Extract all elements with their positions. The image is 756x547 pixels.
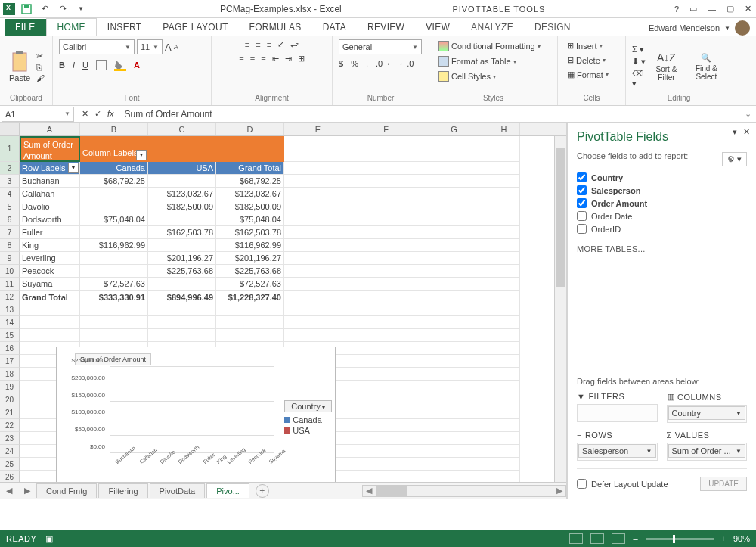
cell[interactable] [352,200,420,213]
cell[interactable]: Canada [80,162,148,175]
cell[interactable]: Davolio [20,200,80,213]
expand-formula-bar-icon[interactable]: ⌄ [740,109,756,119]
zoom-slider[interactable] [646,538,714,540]
cell[interactable] [352,188,420,200]
cell[interactable]: Column Labels▼ [80,136,148,162]
cell[interactable] [352,381,420,393]
minimize-icon[interactable]: — [708,5,716,14]
cell[interactable] [488,381,520,393]
cell[interactable] [80,252,148,265]
row-header[interactable]: 5 [0,200,20,213]
cell[interactable]: $75,048.04 [80,213,148,226]
cell[interactable] [352,355,420,368]
cell[interactable] [284,239,352,252]
row-header[interactable]: 18 [0,368,20,381]
view-page-layout-icon[interactable] [590,533,604,544]
legend-field-button[interactable]: Country ▾ [284,400,332,412]
cell[interactable]: Suyama [20,278,80,291]
column-header[interactable]: B [80,123,148,135]
cell-styles-button[interactable]: Cell Styles ▾ [435,70,499,83]
row-header[interactable]: 15 [0,329,20,342]
paste-button[interactable]: Paste [6,49,33,84]
user-avatar[interactable] [735,20,750,36]
border-button[interactable] [96,60,107,70]
cell[interactable] [488,226,520,239]
cell[interactable] [488,393,520,406]
row-header[interactable]: 17 [0,355,20,368]
font-size-combo[interactable]: 11▼ [137,39,163,54]
tab-design[interactable]: DESIGN [524,19,581,36]
column-header[interactable]: H [488,123,520,135]
cell[interactable] [284,175,352,188]
format-as-table-button[interactable]: Format as Table ▾ [435,54,519,68]
row-header[interactable]: 2 [0,162,20,175]
cell[interactable] [284,188,352,200]
fill-icon[interactable]: ⬇ ▾ [632,57,646,67]
row-header[interactable]: 20 [0,393,20,406]
row-header[interactable]: 21 [0,406,20,419]
cell[interactable] [420,226,488,239]
row-header[interactable]: 11 [0,278,20,291]
cell[interactable] [352,316,420,329]
cell[interactable] [80,188,148,200]
cell[interactable]: Dodsworth [20,213,80,226]
pane-gear-button[interactable]: ⚙ ▾ [722,152,747,166]
italic-button[interactable]: I [73,61,75,70]
cell[interactable] [420,393,488,406]
cell[interactable]: Leverling [20,252,80,265]
pivot-chart[interactable]: Sum of Order Amount $0.00$50,000.00$100,… [56,347,336,483]
cell[interactable] [488,329,520,342]
cell[interactable] [420,239,488,252]
area-field-item[interactable]: Sum of Order ...▼ [668,444,746,458]
cell[interactable] [488,291,520,303]
cell[interactable]: Buchanan [20,175,80,188]
select-all-corner[interactable] [0,123,20,135]
cell[interactable] [352,265,420,278]
cell[interactable] [420,342,488,355]
cell[interactable] [80,316,148,329]
sheet-nav-next[interactable]: ▶ [18,486,36,496]
close-icon[interactable]: ✕ [745,4,751,14]
comma-icon[interactable]: , [366,59,368,68]
cell[interactable] [420,213,488,226]
sort-filter-button[interactable]: A↓Z Sort & Filter [649,50,683,83]
cell[interactable] [488,162,520,175]
cell[interactable] [420,303,488,316]
cell[interactable] [488,200,520,213]
cell[interactable] [148,316,216,329]
sheet-tab[interactable]: Cond Fmtg [36,483,97,498]
cell[interactable]: Peacock [20,265,80,278]
sheet-tab[interactable]: PivotData [150,483,206,498]
enter-formula-icon[interactable]: ✓ [94,109,101,119]
row-header[interactable]: 4 [0,188,20,200]
find-select-button[interactable]: 🔍 Find & Select [687,51,726,82]
cell[interactable] [352,342,420,355]
align-center-icon[interactable]: ≡ [250,54,255,64]
cell[interactable] [420,188,488,200]
cell[interactable] [420,316,488,329]
cell[interactable]: Row Labels▼ [20,162,80,175]
underline-button[interactable]: U [82,61,88,70]
cell[interactable]: Sum of Order Amount [20,136,80,162]
column-labels-filter[interactable]: ▼ [136,150,147,160]
row-header[interactable]: 3 [0,175,20,188]
cell[interactable]: $162,503.78 [148,226,216,239]
cell[interactable] [284,200,352,213]
row-header[interactable]: 6 [0,213,20,226]
field-checkbox[interactable] [577,211,587,221]
currency-icon[interactable]: $ [339,59,343,68]
row-header[interactable]: 13 [0,303,20,316]
field-item[interactable]: OrderID [577,222,747,235]
cell[interactable] [352,136,420,162]
insert-cells-button[interactable]: ⊞ Insert ▾ [564,39,606,52]
sheet-nav-prev[interactable]: ◀ [0,486,18,496]
row-header[interactable]: 22 [0,419,20,432]
cell[interactable]: $182,500.09 [148,200,216,213]
delete-cells-button[interactable]: ⊟ Delete ▾ [564,54,609,67]
cell[interactable]: $182,500.09 [216,200,284,213]
cell[interactable] [488,252,520,265]
cell[interactable]: $68,792.25 [80,175,148,188]
new-sheet-button[interactable]: + [256,484,269,498]
ribbon-options-icon[interactable]: ▭ [689,4,697,14]
row-header[interactable]: 23 [0,432,20,445]
